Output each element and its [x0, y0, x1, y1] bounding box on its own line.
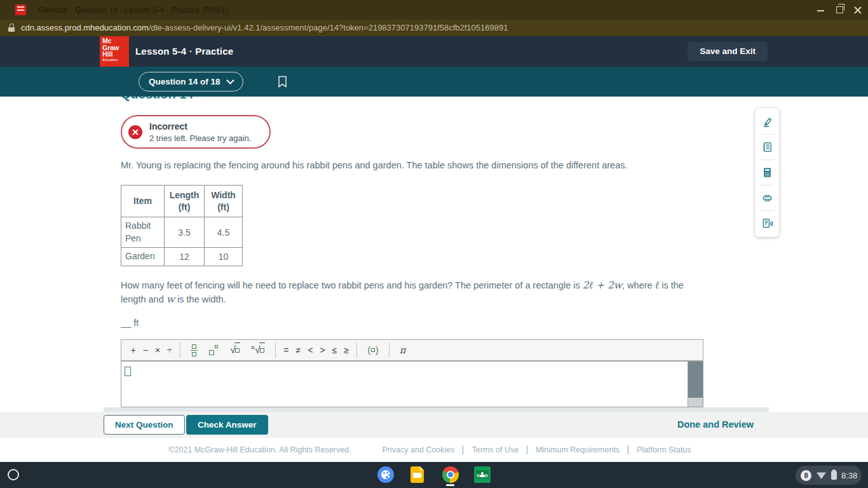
wifi-icon	[817, 471, 826, 479]
logo-line: Mc	[102, 37, 129, 44]
toolbar-divider	[180, 342, 180, 358]
chrome-app-icon[interactable]	[442, 466, 459, 483]
question-nav-bar: Question 14 of 18	[0, 67, 868, 97]
restore-window-icon[interactable]	[836, 6, 843, 13]
answer-unit: ft	[133, 318, 139, 328]
divide-button[interactable]: ÷	[167, 345, 172, 355]
minimum-requirements-link[interactable]: Minimum Requirements	[527, 445, 628, 454]
copyright-text: ©2021 McGraw-Hill Education. All Rights …	[168, 445, 351, 454]
logo-line: Hill	[102, 51, 129, 58]
feedback-status: Incorrect	[149, 121, 251, 132]
read-aloud-tool-icon[interactable]	[755, 211, 779, 236]
cell-item: Rabbit Pen	[121, 217, 165, 248]
toolbar-divider	[275, 342, 276, 358]
logo-line: Education	[102, 58, 129, 62]
toolbar-divider	[356, 342, 357, 358]
greater-than-button[interactable]: >	[320, 345, 325, 355]
privacy-and-cookies-link[interactable]: Privacy and Cookies	[374, 445, 464, 454]
page-url: cdn.assess.prod.mheducation.com/dle-asse…	[21, 23, 508, 32]
calculator-tool-icon[interactable]	[755, 160, 779, 185]
parentheses-button[interactable]: ()	[367, 345, 378, 355]
question-intro-text: Mr. Young is replacing the fencing aroun…	[121, 160, 661, 170]
platform-status-link[interactable]: Platform Status	[628, 445, 699, 454]
times-button[interactable]: ×	[155, 345, 160, 355]
incorrect-x-icon	[128, 125, 142, 139]
toolbar-divider	[389, 342, 390, 358]
cell-item: Garden	[121, 248, 165, 266]
palette-app-icon[interactable]	[377, 466, 394, 483]
battery-icon	[831, 471, 837, 480]
exponent-button[interactable]	[209, 345, 219, 356]
fraction-button[interactable]	[191, 344, 198, 356]
square-root-button[interactable]: √	[230, 342, 240, 358]
launcher-icon[interactable]	[8, 469, 19, 480]
question-selector-dropdown[interactable]: Question 14 of 18	[139, 72, 243, 92]
screen: Glencoe · Question 14 · Lesson 5-4 · Pra…	[0, 0, 868, 488]
slides-app-icon[interactable]	[410, 466, 424, 483]
table-row: Rabbit Pen 3.5 4.5	[121, 217, 243, 248]
next-question-button[interactable]: Next Question	[104, 415, 185, 435]
active-app-indicator	[446, 484, 454, 486]
lesson-title: Lesson 5-4 · Practice	[135, 36, 233, 67]
status-tray[interactable]: 8 8:38	[796, 466, 862, 485]
table-header-row: Item Length (ft) Width (ft)	[121, 186, 243, 217]
page-footer: ©2021 McGraw-Hill Education. All Rights …	[0, 438, 868, 462]
equation-cursor-placeholder	[125, 367, 131, 376]
tool-panel	[755, 108, 779, 237]
less-equal-button[interactable]: ≤	[332, 345, 337, 355]
pi-button[interactable]: π	[400, 345, 406, 355]
equals-button[interactable]: =	[283, 345, 288, 355]
answer-line: __ ft	[121, 318, 139, 328]
column-header-item: Item	[121, 186, 165, 217]
incorrect-feedback-banner: Incorrect 2 tries left. Please try again…	[121, 115, 271, 149]
feedback-message: 2 tries left. Please try again.	[149, 133, 251, 143]
url-domain: cdn.assess.prod.mheducation.com	[21, 23, 149, 32]
prompt-text: How many feet of fencing will he need to…	[121, 280, 583, 290]
classroom-app-icon[interactable]	[474, 466, 491, 483]
notification-badge: 8	[801, 470, 811, 481]
notes-tool-icon[interactable]	[755, 135, 779, 159]
close-icon[interactable]	[853, 6, 862, 15]
math-toolbar: + − × ÷ √ √ = ≠ < > ≤ ≥ () π	[121, 339, 703, 361]
mcgraw-hill-logo: Mc Graw Hill Education	[100, 36, 129, 67]
width-variable: w	[166, 294, 175, 305]
perimeter-formula: 2ℓ + 2w	[583, 280, 622, 291]
paren-open-glyph: (	[367, 345, 370, 355]
less-than-button[interactable]: <	[308, 345, 313, 355]
highlighter-tool-icon[interactable]	[755, 109, 779, 134]
question-selector-label: Question 14 of 18	[149, 77, 220, 86]
not-equals-button[interactable]: ≠	[296, 345, 301, 355]
cell-width: 10	[205, 248, 243, 266]
done-and-review-link[interactable]: Done and Review	[677, 419, 754, 430]
cell-length: 12	[165, 248, 205, 266]
lock-icon	[8, 24, 15, 32]
input-scrollbar-track[interactable]	[688, 362, 703, 407]
table-row: Garden 12 10	[121, 248, 243, 266]
answer-blank: __	[121, 318, 131, 328]
nth-root-button[interactable]: √	[252, 342, 265, 358]
check-answer-button[interactable]: Check Answer	[186, 415, 268, 435]
line-reader-tool-icon[interactable]	[755, 186, 779, 210]
dimensions-table: Item Length (ft) Width (ft) Rabbit Pen 3…	[121, 185, 243, 266]
prompt-text: , where	[622, 280, 655, 290]
save-and-exit-button[interactable]: Save and Exit	[688, 42, 768, 61]
input-scrollbar-thumb[interactable]	[688, 362, 703, 398]
app-header: Mc Graw Hill Education Lesson 5-4 · Prac…	[0, 36, 868, 67]
terms-of-use-link[interactable]: Terms of Use	[463, 445, 527, 454]
chevron-down-icon	[226, 76, 234, 85]
cell-width: 4.5	[205, 217, 243, 248]
minus-button[interactable]: −	[143, 345, 148, 355]
greater-equal-button[interactable]: ≥	[344, 345, 349, 355]
column-header-length: Length (ft)	[165, 186, 205, 217]
paren-close-glyph: )	[376, 345, 379, 355]
browser-titlebar: Glencoe · Question 14 · Lesson 5-4 · Pra…	[0, 0, 868, 20]
minimize-icon[interactable]	[817, 10, 824, 11]
bookmark-icon[interactable]	[277, 75, 288, 91]
url-path: /dle-assess-delivery-ui/v1.42.1/assessme…	[149, 23, 508, 32]
action-bar: Next Question Check Answer Done and Revi…	[0, 412, 868, 438]
answer-input-area[interactable]	[121, 361, 703, 407]
plus-button[interactable]: +	[131, 345, 136, 355]
content-cutoff-band	[104, 407, 769, 412]
address-bar[interactable]: cdn.assess.prod.mheducation.com/dle-asse…	[0, 20, 868, 36]
prompt-text: is the width.	[175, 294, 226, 304]
